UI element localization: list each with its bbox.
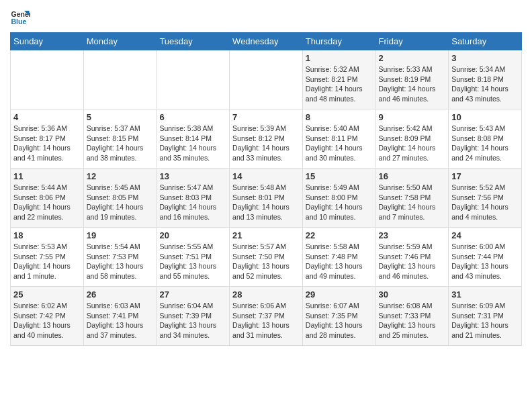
day-info: Sunrise: 6:07 AM Sunset: 7:35 PM Dayligh… (306, 301, 373, 340)
calendar-cell: 4Sunrise: 5:36 AM Sunset: 8:17 PM Daylig… (11, 109, 84, 169)
calendar-cell: 22Sunrise: 5:58 AM Sunset: 7:48 PM Dayli… (302, 228, 375, 287)
calendar-cell: 14Sunrise: 5:48 AM Sunset: 8:01 PM Dayli… (230, 169, 303, 228)
day-number: 11 (13, 171, 81, 181)
calendar-cell: 11Sunrise: 5:44 AM Sunset: 8:06 PM Dayli… (11, 169, 84, 228)
calendar-cell: 3Sunrise: 5:34 AM Sunset: 8:18 PM Daylig… (449, 50, 522, 109)
day-number: 3 (451, 53, 519, 63)
calendar-cell: 26Sunrise: 6:03 AM Sunset: 7:41 PM Dayli… (83, 287, 157, 346)
calendar-cell: 13Sunrise: 5:47 AM Sunset: 8:03 PM Dayli… (157, 169, 230, 228)
day-info: Sunrise: 5:40 AM Sunset: 8:11 PM Dayligh… (306, 124, 373, 163)
day-number: 5 (87, 112, 154, 122)
calendar-cell: 10Sunrise: 5:43 AM Sunset: 8:08 PM Dayli… (449, 109, 522, 169)
header-sunday: Sunday (11, 33, 84, 50)
logo-icon: General Blue (10, 7, 30, 27)
day-number: 28 (232, 289, 300, 300)
calendar-cell: 19Sunrise: 5:54 AM Sunset: 7:53 PM Dayli… (83, 228, 157, 287)
calendar-cell: 7Sunrise: 5:39 AM Sunset: 8:12 PM Daylig… (230, 109, 303, 169)
header-wednesday: Wednesday (230, 33, 303, 50)
day-number: 22 (306, 230, 373, 240)
calendar-cell: 1Sunrise: 5:32 AM Sunset: 8:21 PM Daylig… (302, 50, 375, 109)
day-info: Sunrise: 5:36 AM Sunset: 8:17 PM Dayligh… (13, 124, 81, 163)
calendar-cell (83, 50, 157, 109)
calendar-cell: 8Sunrise: 5:40 AM Sunset: 8:11 PM Daylig… (302, 109, 375, 169)
calendar-cell: 21Sunrise: 5:57 AM Sunset: 7:50 PM Dayli… (230, 228, 303, 287)
day-number: 20 (159, 230, 226, 240)
day-number: 29 (306, 289, 373, 300)
day-info: Sunrise: 5:48 AM Sunset: 8:01 PM Dayligh… (232, 183, 300, 222)
svg-text:Blue: Blue (11, 17, 27, 26)
header-friday: Friday (375, 33, 449, 50)
day-info: Sunrise: 5:32 AM Sunset: 8:21 PM Dayligh… (306, 64, 373, 104)
day-number: 7 (232, 112, 300, 122)
day-info: Sunrise: 5:50 AM Sunset: 7:58 PM Dayligh… (379, 183, 446, 222)
day-info: Sunrise: 5:53 AM Sunset: 7:55 PM Dayligh… (13, 242, 81, 281)
calendar-cell: 16Sunrise: 5:50 AM Sunset: 7:58 PM Dayli… (375, 169, 449, 228)
calendar-cell: 5Sunrise: 5:37 AM Sunset: 8:15 PM Daylig… (83, 109, 157, 169)
day-info: Sunrise: 5:59 AM Sunset: 7:46 PM Dayligh… (379, 242, 446, 281)
day-info: Sunrise: 6:02 AM Sunset: 7:42 PM Dayligh… (13, 301, 81, 340)
calendar-cell: 30Sunrise: 6:08 AM Sunset: 7:33 PM Dayli… (375, 287, 449, 346)
day-number: 25 (13, 289, 81, 300)
day-info: Sunrise: 6:03 AM Sunset: 7:41 PM Dayligh… (87, 301, 154, 340)
calendar-cell: 23Sunrise: 5:59 AM Sunset: 7:46 PM Dayli… (375, 228, 449, 287)
day-info: Sunrise: 5:52 AM Sunset: 7:56 PM Dayligh… (451, 183, 519, 222)
day-info: Sunrise: 5:38 AM Sunset: 8:14 PM Dayligh… (159, 124, 226, 163)
calendar-cell: 25Sunrise: 6:02 AM Sunset: 7:42 PM Dayli… (11, 287, 84, 346)
day-info: Sunrise: 5:42 AM Sunset: 8:09 PM Dayligh… (379, 124, 446, 163)
day-number: 12 (87, 171, 154, 181)
day-info: Sunrise: 6:09 AM Sunset: 7:31 PM Dayligh… (451, 301, 519, 340)
calendar-table: SundayMondayTuesdayWednesdayThursdayFrid… (10, 32, 522, 346)
week-row-2: 4Sunrise: 5:36 AM Sunset: 8:17 PM Daylig… (11, 109, 522, 169)
day-info: Sunrise: 5:45 AM Sunset: 8:05 PM Dayligh… (87, 183, 154, 222)
calendar-cell (11, 50, 84, 109)
day-info: Sunrise: 5:37 AM Sunset: 8:15 PM Dayligh… (87, 124, 154, 163)
calendar-cell: 28Sunrise: 6:06 AM Sunset: 7:37 PM Dayli… (230, 287, 303, 346)
calendar-cell (157, 50, 230, 109)
calendar-cell: 24Sunrise: 6:00 AM Sunset: 7:44 PM Dayli… (449, 228, 522, 287)
week-row-4: 18Sunrise: 5:53 AM Sunset: 7:55 PM Dayli… (11, 228, 522, 287)
day-info: Sunrise: 6:08 AM Sunset: 7:33 PM Dayligh… (379, 301, 446, 340)
day-info: Sunrise: 6:06 AM Sunset: 7:37 PM Dayligh… (232, 301, 300, 340)
day-number: 30 (379, 289, 446, 300)
day-info: Sunrise: 5:34 AM Sunset: 8:18 PM Dayligh… (451, 64, 519, 104)
calendar-header-row: SundayMondayTuesdayWednesdayThursdayFrid… (11, 33, 522, 50)
page-header: General Blue (10, 7, 522, 27)
calendar-cell: 17Sunrise: 5:52 AM Sunset: 7:56 PM Dayli… (449, 169, 522, 228)
day-number: 21 (232, 230, 300, 240)
day-number: 16 (379, 171, 446, 181)
day-number: 19 (87, 230, 154, 240)
calendar-cell: 9Sunrise: 5:42 AM Sunset: 8:09 PM Daylig… (375, 109, 449, 169)
logo: General Blue (10, 7, 33, 27)
week-row-3: 11Sunrise: 5:44 AM Sunset: 8:06 PM Dayli… (11, 169, 522, 228)
calendar-cell: 2Sunrise: 5:33 AM Sunset: 8:19 PM Daylig… (375, 50, 449, 109)
day-number: 1 (306, 53, 373, 63)
calendar-cell: 15Sunrise: 5:49 AM Sunset: 8:00 PM Dayli… (302, 169, 375, 228)
day-info: Sunrise: 5:49 AM Sunset: 8:00 PM Dayligh… (306, 183, 373, 222)
day-number: 24 (451, 230, 519, 240)
day-number: 23 (379, 230, 446, 240)
day-info: Sunrise: 5:44 AM Sunset: 8:06 PM Dayligh… (13, 183, 81, 222)
day-number: 18 (13, 230, 81, 240)
calendar-cell: 12Sunrise: 5:45 AM Sunset: 8:05 PM Dayli… (83, 169, 157, 228)
header-monday: Monday (83, 33, 157, 50)
day-number: 2 (379, 53, 446, 63)
day-number: 13 (159, 171, 226, 181)
day-info: Sunrise: 6:04 AM Sunset: 7:39 PM Dayligh… (159, 301, 226, 340)
day-info: Sunrise: 5:43 AM Sunset: 8:08 PM Dayligh… (451, 124, 519, 163)
day-number: 31 (451, 289, 519, 300)
day-info: Sunrise: 5:57 AM Sunset: 7:50 PM Dayligh… (232, 242, 300, 281)
day-info: Sunrise: 5:47 AM Sunset: 8:03 PM Dayligh… (159, 183, 226, 222)
calendar-cell: 18Sunrise: 5:53 AM Sunset: 7:55 PM Dayli… (11, 228, 84, 287)
day-number: 15 (306, 171, 373, 181)
calendar-cell (230, 50, 303, 109)
header-saturday: Saturday (449, 33, 522, 50)
calendar-cell: 31Sunrise: 6:09 AM Sunset: 7:31 PM Dayli… (449, 287, 522, 346)
day-number: 17 (451, 171, 519, 181)
header-thursday: Thursday (302, 33, 375, 50)
header-tuesday: Tuesday (157, 33, 230, 50)
day-number: 14 (232, 171, 300, 181)
day-number: 27 (159, 289, 226, 300)
calendar-cell: 29Sunrise: 6:07 AM Sunset: 7:35 PM Dayli… (302, 287, 375, 346)
calendar-cell: 20Sunrise: 5:55 AM Sunset: 7:51 PM Dayli… (157, 228, 230, 287)
day-info: Sunrise: 5:54 AM Sunset: 7:53 PM Dayligh… (87, 242, 154, 281)
